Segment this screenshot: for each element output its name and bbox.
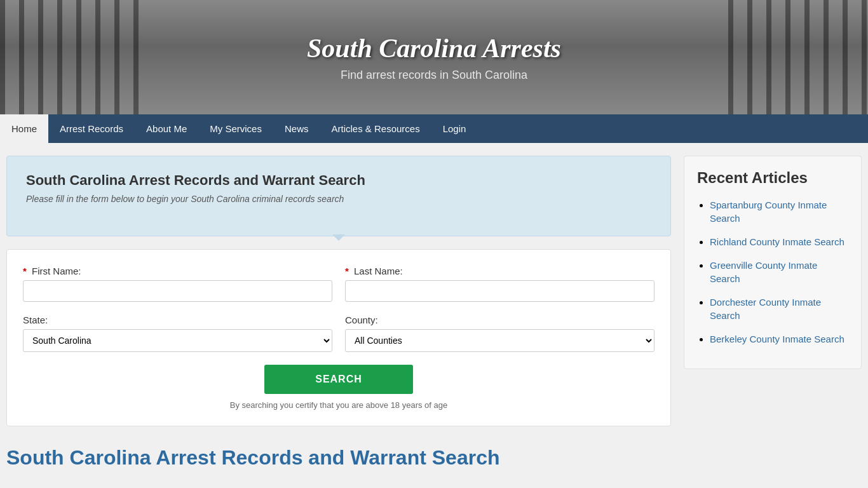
recent-article-link[interactable]: Dorchester County Inmate Search xyxy=(710,297,821,321)
nav-link[interactable]: About Me xyxy=(135,114,198,143)
last-name-input[interactable] xyxy=(345,280,654,302)
certify-text: By searching you certify that you are ab… xyxy=(23,400,654,410)
county-label: County: xyxy=(345,315,654,325)
county-group: County: All Counties xyxy=(345,315,654,352)
content-area: South Carolina Arrest Records and Warran… xyxy=(6,156,671,470)
header-bars-left xyxy=(0,0,140,114)
county-select[interactable]: All Counties xyxy=(345,329,654,352)
site-header: South Carolina Arrests Find arrest recor… xyxy=(0,0,868,114)
nav-item-home[interactable]: Home xyxy=(0,114,48,143)
location-row: State: South Carolina County: All Counti… xyxy=(23,315,654,352)
state-select[interactable]: South Carolina xyxy=(23,329,332,352)
sidebar: Recent Articles Spartanburg County Inmat… xyxy=(684,156,862,470)
search-box-heading: South Carolina Arrest Records and Warran… xyxy=(26,172,651,189)
nav-item-login[interactable]: Login xyxy=(431,114,478,143)
search-box-banner: South Carolina Arrest Records and Warran… xyxy=(6,156,671,236)
recent-article-item: Richland County Inmate Search xyxy=(710,235,848,248)
first-name-group: * First Name: xyxy=(23,266,332,302)
search-form-container: * First Name: * Last Name: State: xyxy=(6,249,671,426)
nav-item-news[interactable]: News xyxy=(273,114,320,143)
search-button[interactable]: SEARCH xyxy=(264,365,413,394)
recent-article-link[interactable]: Spartanburg County Inmate Search xyxy=(710,200,827,224)
nav-item-arrest-records[interactable]: Arrest Records xyxy=(48,114,135,143)
state-group: State: South Carolina xyxy=(23,315,332,352)
recent-article-item: Dorchester County Inmate Search xyxy=(710,295,848,322)
last-name-group: * Last Name: xyxy=(345,266,654,302)
recent-article-item: Spartanburg County Inmate Search xyxy=(710,198,848,225)
site-title: South Carolina Arrests xyxy=(307,33,561,64)
recent-article-item: Berkeley County Inmate Search xyxy=(710,332,848,346)
search-btn-row: SEARCH xyxy=(23,365,654,394)
nav-list: HomeArrest RecordsAbout MeMy ServicesNew… xyxy=(0,114,868,143)
nav-link[interactable]: Arrest Records xyxy=(48,114,135,143)
first-name-input[interactable] xyxy=(23,280,332,302)
nav-link[interactable]: My Services xyxy=(198,114,273,143)
nav-link[interactable]: Login xyxy=(431,114,478,143)
recent-articles-title: Recent Articles xyxy=(697,169,848,187)
first-name-required: * xyxy=(23,266,27,276)
site-subtitle: Find arrest records in South Carolina xyxy=(307,69,561,82)
main-wrapper: South Carolina Arrest Records and Warran… xyxy=(0,143,868,482)
nav-item-about-me[interactable]: About Me xyxy=(135,114,198,143)
nav-link[interactable]: Home xyxy=(0,114,48,143)
recent-article-link[interactable]: Greenville County Inmate Search xyxy=(710,260,817,284)
nav-item-my-services[interactable]: My Services xyxy=(198,114,273,143)
search-box-subtext: Please fill in the form below to begin y… xyxy=(26,194,651,204)
first-name-label: * First Name: xyxy=(23,266,332,276)
last-name-required: * xyxy=(345,266,349,276)
recent-article-link[interactable]: Berkeley County Inmate Search xyxy=(710,334,844,344)
state-label: State: xyxy=(23,315,332,325)
last-name-label: * Last Name: xyxy=(345,266,654,276)
recent-article-item: Greenville County Inmate Search xyxy=(710,259,848,285)
header-content: South Carolina Arrests Find arrest recor… xyxy=(307,33,561,82)
bottom-heading: South Carolina Arrest Records and Warran… xyxy=(6,445,671,470)
header-bars-right xyxy=(728,0,868,114)
recent-article-link[interactable]: Richland County Inmate Search xyxy=(710,236,844,247)
name-row: * First Name: * Last Name: xyxy=(23,266,654,302)
nav-link[interactable]: News xyxy=(273,114,320,143)
sidebar-recent-articles: Recent Articles Spartanburg County Inmat… xyxy=(684,156,862,369)
nav-link[interactable]: Articles & Resources xyxy=(320,114,431,143)
recent-articles-list: Spartanburg County Inmate SearchRichland… xyxy=(697,198,848,346)
nav-item-articles-&-resources[interactable]: Articles & Resources xyxy=(320,114,431,143)
main-nav: HomeArrest RecordsAbout MeMy ServicesNew… xyxy=(0,114,868,143)
